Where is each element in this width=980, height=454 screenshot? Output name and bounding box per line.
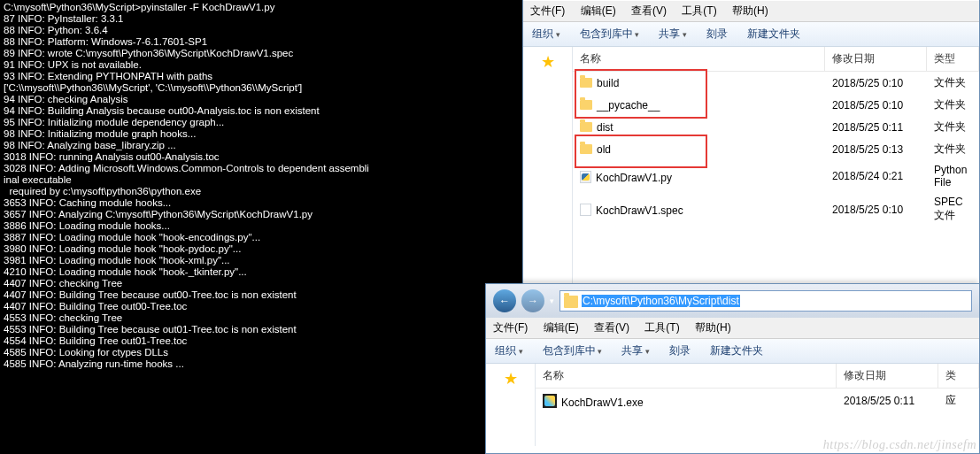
back-button[interactable]: ←: [493, 289, 516, 312]
toolbar: 组织 包含到库中 共享 刻录 新建文件夹: [523, 22, 979, 47]
file-name: KochDrawV1.py: [573, 167, 825, 186]
menu-edit[interactable]: 编辑(E): [544, 321, 579, 334]
file-type: 应: [938, 391, 979, 410]
column-name[interactable]: 名称: [536, 364, 837, 388]
organize-button[interactable]: 组织: [495, 343, 523, 358]
menu-bar: 文件(F) 编辑(E) 查看(V) 工具(T) 帮助(H): [523, 1, 979, 22]
file-list-area[interactable]: 名称 修改日期 类 KochDrawV1.exe2018/5/25 0:11应: [536, 364, 979, 446]
new-folder-button[interactable]: 新建文件夹: [747, 27, 800, 42]
file-type: SPEC 文件: [927, 194, 979, 225]
python-file-icon: [580, 171, 591, 183]
menu-view[interactable]: 查看(V): [631, 4, 667, 17]
menu-help[interactable]: 帮助(H): [695, 321, 731, 334]
terminal-output: C:\mysoft\Python36\MyScript>pyinstaller …: [4, 2, 369, 369]
menu-tools[interactable]: 工具(T): [644, 321, 679, 334]
file-name: KochDrawV1.spec: [573, 200, 825, 219]
file-type: 文件夹: [927, 96, 979, 114]
explorer-window-myscript[interactable]: 文件(F) 编辑(E) 查看(V) 工具(T) 帮助(H) 组织 包含到库中 共…: [522, 0, 980, 285]
favorites-star-icon: ★: [527, 52, 568, 72]
menu-file[interactable]: 文件(F): [493, 321, 528, 334]
folder-icon: [564, 296, 578, 308]
recent-pages-dropdown[interactable]: ▾: [550, 296, 554, 305]
file-list-area[interactable]: 名称 修改日期 类型 build2018/5/25 0:10文件夹__pycac…: [573, 47, 979, 298]
menu-help[interactable]: 帮助(H): [732, 4, 768, 17]
file-date: 2018/5/25 0:11: [837, 393, 938, 409]
file-name: old: [573, 142, 825, 158]
file-date: 2018/5/25 0:13: [825, 142, 927, 158]
menu-bar: 文件(F) 编辑(E) 查看(V) 工具(T) 帮助(H): [486, 318, 979, 339]
file-type: 文件夹: [927, 140, 979, 158]
exe-file-icon: [543, 394, 557, 408]
column-headers: 名称 修改日期 类: [536, 364, 979, 389]
column-date[interactable]: 修改日期: [837, 364, 938, 388]
folder-icon: [580, 122, 592, 132]
forward-button[interactable]: →: [521, 289, 544, 312]
file-date: 2018/5/25 0:10: [825, 75, 927, 91]
file-date: 2018/5/24 0:21: [825, 168, 927, 184]
file-name: dist: [573, 119, 825, 135]
column-headers: 名称 修改日期 类型: [573, 47, 979, 72]
share-button[interactable]: 共享: [659, 27, 687, 42]
toolbar: 组织 包含到库中 共享 刻录 新建文件夹: [486, 339, 979, 364]
command-prompt[interactable]: C:\mysoft\Python36\MyScript>pyinstaller …: [0, 0, 522, 454]
file-row[interactable]: __pycache__2018/5/25 0:10文件夹: [573, 94, 979, 116]
address-bar-area: ← → ▾ C:\mysoft\Python36\MyScript\dist: [486, 284, 979, 318]
file-type: 文件夹: [927, 73, 979, 92]
share-button[interactable]: 共享: [621, 343, 650, 358]
favorites-star-icon: ★: [490, 369, 531, 389]
menu-tools[interactable]: 工具(T): [682, 4, 716, 17]
burn-button[interactable]: 刻录: [706, 27, 728, 42]
address-bar[interactable]: C:\mysoft\Python36\MyScript\dist: [559, 290, 972, 312]
file-row[interactable]: KochDrawV1.exe2018/5/25 0:11应: [536, 389, 979, 412]
menu-edit[interactable]: 编辑(E): [581, 4, 616, 17]
favorites-pane[interactable]: ★: [523, 47, 573, 298]
file-name: KochDrawV1.exe: [536, 390, 837, 411]
column-type[interactable]: 类: [938, 364, 979, 388]
folder-icon: [580, 78, 592, 88]
file-date: 2018/5/25 0:10: [825, 97, 927, 113]
column-type[interactable]: 类型: [927, 47, 979, 71]
include-in-library-button[interactable]: 包含到库中: [580, 27, 640, 42]
spec-file-icon: [580, 204, 591, 216]
file-row[interactable]: dist2018/5/25 0:11文件夹: [573, 116, 979, 138]
file-type: 文件夹: [927, 118, 979, 136]
file-row[interactable]: KochDrawV1.py2018/5/24 0:21Python File: [573, 160, 979, 192]
column-name[interactable]: 名称: [573, 47, 825, 71]
file-date: 2018/5/25 0:11: [825, 119, 927, 135]
explorer-window-dist[interactable]: ← → ▾ C:\mysoft\Python36\MyScript\dist 文…: [485, 283, 980, 454]
file-date: 2018/5/25 0:10: [825, 202, 927, 218]
new-folder-button[interactable]: 新建文件夹: [710, 343, 763, 358]
menu-view[interactable]: 查看(V): [594, 321, 629, 334]
favorites-pane[interactable]: ★: [486, 364, 536, 446]
file-row[interactable]: KochDrawV1.spec2018/5/25 0:10SPEC 文件: [573, 192, 979, 227]
file-name: build: [573, 75, 825, 91]
folder-icon: [580, 100, 592, 110]
folder-icon: [580, 144, 592, 154]
column-date[interactable]: 修改日期: [825, 47, 927, 71]
file-row[interactable]: old2018/5/25 0:13文件夹: [573, 138, 979, 160]
menu-file[interactable]: 文件(F): [530, 4, 565, 17]
file-row[interactable]: build2018/5/25 0:10文件夹: [573, 72, 979, 94]
file-name: __pycache__: [573, 97, 825, 113]
include-in-library-button[interactable]: 包含到库中: [543, 343, 603, 358]
burn-button[interactable]: 刻录: [669, 343, 691, 358]
file-type: Python File: [927, 162, 979, 190]
organize-button[interactable]: 组织: [532, 27, 560, 42]
address-path: C:\mysoft\Python36\MyScript\dist: [582, 295, 740, 307]
